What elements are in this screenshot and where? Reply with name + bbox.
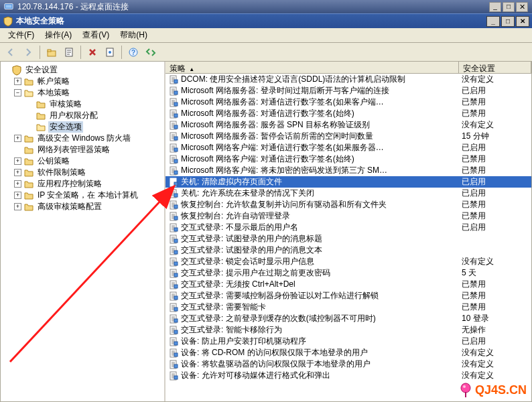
policy-row[interactable]: 设备: 将 CD-ROM 的访问权限仅限于本地登录的用户没有定义 <box>165 347 531 358</box>
tree-item[interactable]: +公钥策略 <box>13 155 164 167</box>
policy-row[interactable]: Microsoft 网络客户端: 对通信进行数字签名(始终)已禁用 <box>165 153 531 165</box>
folder-icon <box>23 190 34 201</box>
policy-row[interactable]: Microsoft 网络服务器: 对通信进行数字签名(始终)已禁用 <box>165 108 531 119</box>
policy-row[interactable]: Microsoft 网络服务器: 对通信进行数字签名(如果客户端…已禁用 <box>165 96 531 108</box>
policy-icon <box>168 371 179 381</box>
help-button[interactable]: ? <box>125 45 141 60</box>
expander-icon[interactable]: + <box>14 169 21 176</box>
policy-row[interactable]: 交互式登录: 不显示最后的用户名已启用 <box>165 222 531 233</box>
svg-rect-16 <box>174 114 178 117</box>
policy-row[interactable]: 恢复控制台: 允许软盘复制并访问所有驱动器和所有文件夹已禁用 <box>165 199 531 210</box>
expander-icon[interactable]: + <box>14 157 21 165</box>
tree-item[interactable]: +帐户策略 <box>13 76 164 87</box>
policy-icon <box>168 336 179 347</box>
menu-file[interactable]: 文件(F) <box>3 27 40 43</box>
policy-row[interactable]: 交互式登录: 试图登录的用户的消息文本 <box>165 245 531 256</box>
policy-row[interactable]: 关机: 清除虚拟内存页面文件已启用 <box>165 176 531 188</box>
policy-icon <box>168 109 179 119</box>
policy-icon <box>168 200 179 210</box>
svg-rect-26 <box>174 171 178 174</box>
expander-icon[interactable] <box>14 146 21 153</box>
svg-rect-20 <box>174 137 178 140</box>
maximize-button[interactable]: □ <box>503 2 515 12</box>
svg-rect-52 <box>174 319 178 322</box>
menu-view[interactable]: 查看(V) <box>77 27 115 43</box>
up-button[interactable] <box>44 45 60 60</box>
policy-row[interactable]: Microsoft 网络客户端: 对通信进行数字签名(如果服务器…已启用 <box>165 142 531 153</box>
inner-close-button[interactable]: ✕ <box>516 16 529 27</box>
policy-name: Microsoft 网络服务器: 登录时间过期后断开与客户端的连接 <box>181 85 389 96</box>
policy-row[interactable]: 交互式登录: 需要域控制器身份验证以对工作站进行解锁已禁用 <box>165 290 531 302</box>
svg-rect-28 <box>174 182 178 186</box>
policy-row[interactable]: Microsoft 网络客户端: 将未加密的密码发送到第三方 SM…已禁用 <box>165 165 531 176</box>
policy-name: Microsoft 网络服务器: 对通信进行数字签名(始终) <box>181 108 354 119</box>
policy-icon <box>168 86 179 96</box>
expander-icon[interactable]: + <box>14 180 21 188</box>
policy-row[interactable]: 交互式登录: 提示用户在过期之前更改密码5 天 <box>165 267 531 279</box>
delete-button[interactable] <box>84 45 101 60</box>
tree-item[interactable]: +高级安全 Windows 防火墙 <box>13 133 164 144</box>
policy-row[interactable]: 恢复控制台: 允许自动管理登录已禁用 <box>165 210 531 222</box>
policy-row[interactable]: 交互式登录: 需要智能卡已禁用 <box>165 302 531 313</box>
folder-icon <box>23 202 34 212</box>
column-setting[interactable]: 安全设置 <box>459 62 531 73</box>
tree-item[interactable]: −本地策略 <box>13 87 164 98</box>
folder-icon <box>36 122 46 133</box>
policy-row[interactable]: 交互式登录: 无须按 Ctrl+Alt+Del已禁用 <box>165 279 531 290</box>
menu-help[interactable]: 帮助(H) <box>115 27 153 43</box>
back-button[interactable] <box>3 45 19 60</box>
expander-icon[interactable]: + <box>14 203 21 210</box>
policy-row[interactable]: DCOM: 使用安全描述符定义语言(SDDL)语法的计算机启动限制没有定义 <box>165 74 531 85</box>
policy-row[interactable]: Microsoft 网络服务器: 暂停会话前所需的空闲时间数量15 分钟 <box>165 131 531 142</box>
tree-item[interactable]: +高级审核策略配置 <box>13 201 164 212</box>
policy-row[interactable]: 交互式登录: 智能卡移除行为无操作 <box>165 324 531 336</box>
close-button[interactable]: ✕ <box>516 2 528 12</box>
policy-icon <box>168 314 179 324</box>
tree-root[interactable]: 安全设置 <box>1 64 164 76</box>
column-policy[interactable]: 策略 ▲ <box>165 62 459 73</box>
expander-icon[interactable]: − <box>14 89 21 96</box>
folder-icon <box>23 179 34 190</box>
properties-button[interactable] <box>102 45 118 60</box>
policy-icon <box>168 245 179 256</box>
tree-item[interactable]: +IP 安全策略，在 本地计算机 <box>13 190 164 201</box>
policy-row[interactable]: Microsoft 网络服务器: 登录时间过期后断开与客户端的连接已启用 <box>165 85 531 96</box>
policy-row[interactable]: 交互式登录: 锁定会话时显示用户信息没有定义 <box>165 256 531 267</box>
tree-item[interactable]: 用户权限分配 <box>25 110 164 121</box>
policy-row[interactable]: 设备: 将软盘驱动器的访问权限仅限于本地登录的用户没有定义 <box>165 358 531 370</box>
export-button[interactable] <box>61 45 77 60</box>
menu-action[interactable]: 操作(A) <box>40 27 77 43</box>
minimize-button[interactable]: _ <box>489 2 501 12</box>
inner-minimize-button[interactable]: _ <box>486 16 500 27</box>
expander-icon[interactable]: + <box>14 78 21 85</box>
policy-row[interactable]: 交互式登录: 之前登录到缓存的次数(域控制器不可用时)10 登录 <box>165 313 531 324</box>
expander-icon[interactable]: + <box>14 192 21 199</box>
policy-list[interactable]: DCOM: 使用安全描述符定义语言(SDDL)语法的计算机启动限制没有定义Mic… <box>165 74 531 401</box>
policy-row[interactable]: 交互式登录: 试图登录的用户的消息标题 <box>165 233 531 245</box>
menu-bar: 文件(F) 操作(A) 查看(V) 帮助(H) <box>0 28 532 43</box>
policy-name: 交互式登录: 需要智能卡 <box>181 302 266 313</box>
tree-item[interactable]: 审核策略 <box>25 98 164 110</box>
expander-icon[interactable]: + <box>14 135 21 142</box>
remote-desktop-titlebar: 120.78.144.176 - 远程桌面连接 _ □ ✕ <box>0 0 532 13</box>
policy-row[interactable]: 设备: 防止用户安装打印机驱动程序已启用 <box>165 336 531 347</box>
policy-setting: 没有定义 <box>459 256 531 267</box>
refresh-button[interactable] <box>143 45 159 60</box>
svg-rect-14 <box>174 103 178 106</box>
policy-setting: 没有定义 <box>459 119 531 131</box>
tree-label: 用户权限分配 <box>48 110 99 121</box>
policy-row[interactable]: 设备: 允许对可移动媒体进行格式化和弹出没有定义 <box>165 370 531 381</box>
folder-icon <box>23 145 34 155</box>
policy-row[interactable]: 关机: 允许系统在未登录的情况下关闭已启用 <box>165 188 531 199</box>
policy-icon <box>168 257 179 267</box>
forward-button[interactable] <box>20 45 36 60</box>
policy-row[interactable]: Microsoft 网络服务器: 服务器 SPN 目标名称验证级别没有定义 <box>165 119 531 131</box>
policy-name: 交互式登录: 试图登录的用户的消息标题 <box>181 233 322 245</box>
policy-setting: 已禁用 <box>459 199 531 210</box>
tree-item[interactable]: 安全选项 <box>25 121 164 133</box>
tree-item[interactable]: +应用程序控制策略 <box>13 178 164 190</box>
tree-item[interactable]: 网络列表管理器策略 <box>13 144 164 155</box>
tree-item[interactable]: +软件限制策略 <box>13 167 164 178</box>
inner-maximize-button[interactable]: □ <box>501 16 515 27</box>
navigation-tree[interactable]: 安全设置+帐户策略−本地策略审核策略用户权限分配安全选项+高级安全 Window… <box>1 62 165 401</box>
